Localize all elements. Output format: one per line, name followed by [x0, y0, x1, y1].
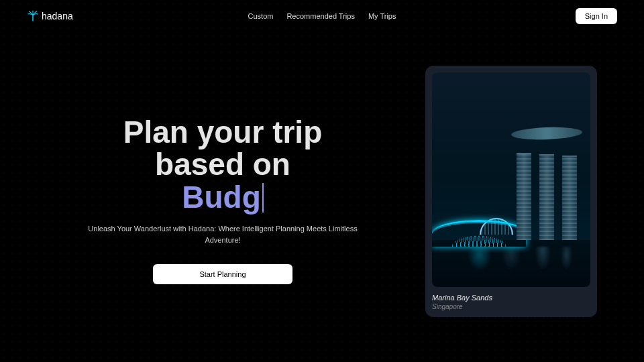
hero-title-dynamic: Budg: [182, 181, 261, 213]
sign-in-button[interactable]: Sign In: [576, 8, 617, 24]
destination-location: Singapore: [432, 303, 590, 310]
start-planning-button[interactable]: Start Planning: [153, 264, 292, 284]
hero-title-line1: Plan your trip: [123, 115, 322, 149]
nav-links: Custom Recommended Trips My Trips: [248, 12, 396, 20]
nav-link-mytrips[interactable]: My Trips: [368, 12, 396, 20]
top-nav: hadana Custom Recommended Trips My Trips…: [0, 0, 644, 32]
hero-left: Plan your trip based on Budg Unleash You…: [47, 72, 398, 284]
hero-section: Plan your trip based on Budg Unleash You…: [0, 32, 644, 317]
hero-title: Plan your trip based on Budg: [47, 116, 398, 214]
typing-cursor-icon: [262, 183, 264, 213]
nav-link-recommended[interactable]: Recommended Trips: [286, 12, 355, 20]
logo-text: hadana: [42, 11, 73, 21]
logo[interactable]: hadana: [27, 10, 73, 22]
nav-link-custom[interactable]: Custom: [248, 12, 274, 20]
hero-subtitle: Unleash Your Wanderlust with Hadana: Whe…: [82, 223, 364, 245]
palm-icon: [27, 10, 39, 22]
destination-title: Marina Bay Sands: [432, 294, 590, 302]
destination-card[interactable]: Marina Bay Sands Singapore: [425, 66, 597, 317]
hero-title-line2: based on: [155, 147, 290, 182]
destination-image: [432, 72, 590, 287]
